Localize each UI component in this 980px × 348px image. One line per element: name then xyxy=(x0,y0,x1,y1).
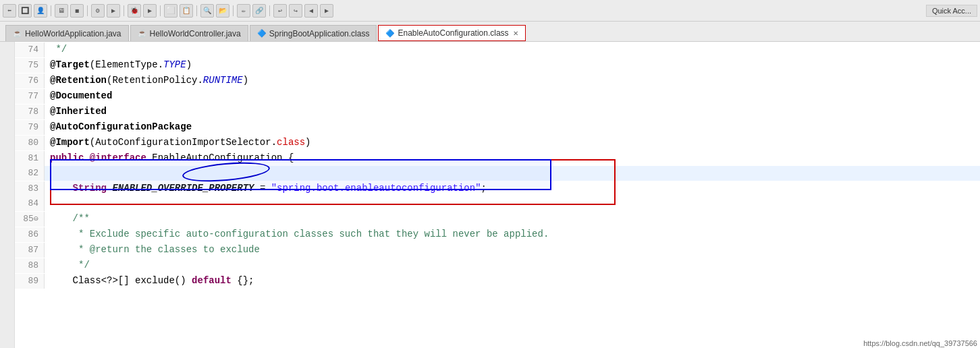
line-number-81: 81 xyxy=(15,151,45,166)
quick-access-button[interactable]: Quick Acc... xyxy=(926,5,977,17)
ide-container: ⬅ 🔲 👤 🖥 ◼ ⚙ ▶ 🐞 ▶ ⬜ 📋 🔍 📂 ✏ 🔗 ↩ ↪ ◀ ▶ Qu… xyxy=(0,0,980,348)
code-line-77: 77 @Documented xyxy=(15,88,980,104)
toolbar-btn-9[interactable]: ▶ xyxy=(143,4,157,18)
line-body-81: public @interface EnableAutoConfiguratio… xyxy=(45,150,294,165)
line-body-80: @Import(AutoConfigurationImportSelector.… xyxy=(45,135,311,150)
code-line-83: 83 String ENABLED_OVERRIDE_PROPERTY = "s… xyxy=(15,181,980,196)
line-body-76: @Retention(RetentionPolicy.RUNTIME) xyxy=(45,73,248,88)
toolbar-sep-3 xyxy=(124,5,124,16)
tab-helloworldcontroller[interactable]: ☕ HelloWorldController.java xyxy=(130,25,248,41)
code-line-88: 88 */ xyxy=(15,258,980,273)
line-body-74: */ xyxy=(45,42,67,57)
tab-icon-java2: ☕ xyxy=(138,29,147,38)
line-number-87: 87 xyxy=(15,243,45,258)
line-body-86: * Exclude specific auto-configuration cl… xyxy=(45,227,549,241)
toolbar-btn-1[interactable]: ⬅ xyxy=(3,4,16,18)
tab-bar: ☕ HelloWorldApplication.java ☕ HelloWorl… xyxy=(0,22,980,42)
tab-icon-java1: ☕ xyxy=(13,29,22,38)
toolbar-btn-16[interactable]: ↩ xyxy=(273,4,287,18)
line-body-83: String ENABLED_OVERRIDE_PROPERTY = "spri… xyxy=(45,181,487,196)
line-number-82: 82 xyxy=(15,166,45,181)
line-number-76: 76 xyxy=(15,74,45,88)
line-body-79: @AutoConfigurationPackage xyxy=(45,119,192,134)
toolbar-btn-5[interactable]: ◼ xyxy=(70,4,84,18)
line-number-74: 74 xyxy=(15,42,45,57)
tab-label-4: EnableAutoConfiguration.class xyxy=(398,28,508,38)
line-body-78: @Inherited xyxy=(45,104,107,119)
tab-label-3: SpringBootApplication.class xyxy=(269,29,370,38)
toolbar-btn-14[interactable]: ✏ xyxy=(237,4,250,18)
toolbar-btn-13[interactable]: 📂 xyxy=(216,4,229,18)
code-content[interactable]: 74 */ 75 @Target(ElementType.TYPE) 76 @R… xyxy=(15,42,980,348)
code-line-86: 86 * Exclude specific auto-configuration… xyxy=(15,227,980,242)
line-number-86: 86 xyxy=(15,227,45,242)
code-line-87: 87 * @return the classes to exclude xyxy=(15,242,980,258)
toolbar-sep-6 xyxy=(233,5,234,16)
toolbar-sep-4 xyxy=(160,5,161,16)
watermark: https://blog.csdn.net/qq_39737566 xyxy=(861,339,980,348)
editor-area: 74 */ 75 @Target(ElementType.TYPE) 76 @R… xyxy=(0,42,980,348)
toolbar-btn-3[interactable]: 👤 xyxy=(34,4,47,18)
toolbar-btn-7[interactable]: ▶ xyxy=(107,4,120,18)
line-number-83: 83 xyxy=(15,181,45,196)
line-body-87: * @return the classes to exclude xyxy=(45,242,260,257)
tab-springbootapplication[interactable]: 🔷 SpringBootApplication.class xyxy=(250,25,377,41)
toolbar-btn-17[interactable]: ↪ xyxy=(289,4,302,18)
line-number-89: 89 xyxy=(15,274,45,289)
line-number-77: 77 xyxy=(15,89,45,104)
line-body-85: /** xyxy=(45,211,90,226)
line-body-75: @Target(ElementType.TYPE) xyxy=(45,57,192,72)
tab-label-2: HelloWorldController.java xyxy=(150,29,241,38)
line-body-88: */ xyxy=(45,258,90,272)
toolbar-sep-1 xyxy=(51,5,51,16)
code-line-82: 82 xyxy=(15,166,980,181)
tab-label-1: HelloWorldApplication.java xyxy=(25,29,121,38)
toolbar-btn-19[interactable]: ▶ xyxy=(320,4,333,18)
line-number-78: 78 xyxy=(15,105,45,119)
code-line-75: 75 @Target(ElementType.TYPE) xyxy=(15,57,980,73)
side-gutter xyxy=(0,42,15,348)
tab-helloworldapplication[interactable]: ☕ HelloWorldApplication.java xyxy=(5,25,129,41)
toolbar-btn-10[interactable]: ⬜ xyxy=(164,4,178,18)
toolbar-btn-6[interactable]: ⚙ xyxy=(91,4,105,18)
code-line-89: 89 Class<?>[] exclude() default {}; xyxy=(15,273,980,289)
line-body-77: @Documented xyxy=(45,88,112,103)
line-body-89: Class<?>[] exclude() default {}; xyxy=(45,273,254,288)
toolbar-sep-2 xyxy=(87,5,88,16)
toolbar-btn-18[interactable]: ◀ xyxy=(304,4,318,18)
toolbar-btn-8[interactable]: 🐞 xyxy=(128,4,141,18)
tab-icon-class3: 🔷 xyxy=(257,29,267,38)
tab-enableautoconfiguration[interactable]: 🔷 EnableAutoConfiguration.class ✕ xyxy=(378,25,525,41)
toolbar-btn-4[interactable]: 🖥 xyxy=(55,4,68,18)
code-line-74: 74 */ xyxy=(15,42,980,57)
code-line-79: 79 @AutoConfigurationPackage xyxy=(15,119,980,135)
toolbar-btn-12[interactable]: 🔍 xyxy=(200,4,214,18)
tab-icon-class4: 🔷 xyxy=(385,29,395,38)
line-number-84: 84 xyxy=(15,196,45,211)
code-line-84: 84 xyxy=(15,196,980,211)
toolbar-sep-7 xyxy=(269,5,270,16)
code-line-85: 85⊖ /** xyxy=(15,211,980,227)
code-line-76: 76 @Retention(RetentionPolicy.RUNTIME) xyxy=(15,73,980,88)
toolbar-btn-15[interactable]: 🔗 xyxy=(252,4,266,18)
code-line-81: 81 public @interface EnableAutoConfigura… xyxy=(15,150,980,166)
line-number-80: 80 xyxy=(15,136,45,150)
toolbar-btn-11[interactable]: 📋 xyxy=(180,4,193,18)
line-number-88: 88 xyxy=(15,258,45,273)
code-line-80: 80 @Import(AutoConfigurationImportSelect… xyxy=(15,135,980,150)
toolbar-sep-5 xyxy=(196,5,197,16)
tab-close-button[interactable]: ✕ xyxy=(513,30,518,37)
toolbar-btn-2[interactable]: 🔲 xyxy=(18,4,32,18)
code-line-78: 78 @Inherited xyxy=(15,104,980,119)
toolbar: ⬅ 🔲 👤 🖥 ◼ ⚙ ▶ 🐞 ▶ ⬜ 📋 🔍 📂 ✏ 🔗 ↩ ↪ ◀ ▶ Qu… xyxy=(0,0,980,22)
line-number-75: 75 xyxy=(15,58,45,73)
line-number-79: 79 xyxy=(15,120,45,135)
line-number-85: 85⊖ xyxy=(15,212,45,227)
